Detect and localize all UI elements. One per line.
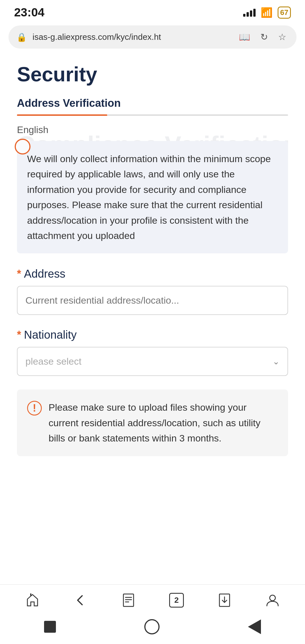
battery-icon: 67 bbox=[278, 6, 291, 19]
info-overlay-container: English We will only collect information… bbox=[17, 124, 288, 253]
warning-text: Please make sure to upload files showing… bbox=[49, 400, 278, 446]
nav-back[interactable] bbox=[68, 590, 93, 610]
profile-icon bbox=[265, 593, 280, 608]
tab-count: 2 bbox=[169, 593, 184, 608]
nationality-section: * Nationality please select ⌄ bbox=[17, 328, 288, 376]
nationality-required-star: * bbox=[17, 329, 21, 341]
download-icon bbox=[217, 593, 232, 608]
page-content: Compliance Verification Center Security … bbox=[0, 51, 305, 467]
warning-icon: ! bbox=[27, 401, 42, 415]
recent-apps-button[interactable] bbox=[44, 621, 56, 633]
status-bar: 23:04 📶 67 bbox=[0, 0, 305, 23]
address-section: * Address bbox=[17, 267, 288, 315]
warning-box: ! Please make sure to upload files showi… bbox=[17, 390, 288, 456]
tab-divider bbox=[17, 114, 288, 116]
nationality-select[interactable]: please select ⌄ bbox=[17, 347, 288, 376]
tab-inactive-indicator bbox=[107, 114, 288, 116]
info-box-text: We will only collect information within … bbox=[27, 151, 278, 243]
address-required-star: * bbox=[17, 268, 21, 280]
back-icon bbox=[73, 593, 88, 608]
reload-icon[interactable]: ↻ bbox=[258, 31, 270, 43]
nav-home[interactable] bbox=[20, 590, 45, 610]
signal-icon bbox=[243, 8, 256, 17]
page-title: Security bbox=[17, 63, 288, 86]
bottom-nav: 2 bbox=[0, 584, 305, 616]
svg-rect-0 bbox=[30, 593, 31, 596]
language-label: English bbox=[17, 124, 49, 135]
tab-address-verification[interactable]: Address Verification bbox=[17, 97, 121, 113]
tab-labels: Address Verification bbox=[17, 97, 288, 113]
lock-icon: 🔒 bbox=[16, 32, 27, 42]
address-label-row: * Address bbox=[17, 267, 288, 280]
home-icon bbox=[25, 593, 40, 608]
language-row: English bbox=[17, 124, 288, 135]
nationality-placeholder: please select bbox=[25, 356, 81, 367]
nav-bookmarks[interactable] bbox=[116, 590, 141, 610]
system-nav bbox=[0, 615, 305, 638]
nav-profile[interactable] bbox=[260, 590, 285, 610]
nav-tabs[interactable]: 2 bbox=[164, 590, 189, 610]
tab-area: Address Verification bbox=[17, 97, 288, 116]
browser-bar[interactable]: 🔒 isas-g.aliexpress.com/kyc/index.ht 📖 ↻… bbox=[8, 25, 297, 49]
system-back-button[interactable] bbox=[248, 619, 261, 634]
url-text: isas-g.aliexpress.com/kyc/index.ht bbox=[32, 32, 231, 42]
tab-active-indicator bbox=[17, 114, 107, 116]
wifi-icon: 📶 bbox=[261, 7, 273, 18]
chevron-down-icon: ⌄ bbox=[273, 356, 280, 366]
nav-download[interactable] bbox=[212, 590, 237, 610]
svg-rect-1 bbox=[123, 594, 134, 606]
bookmark-icon[interactable]: ☆ bbox=[276, 31, 289, 43]
nationality-label: Nationality bbox=[24, 328, 77, 341]
status-time: 23:04 bbox=[14, 6, 44, 19]
battery-level: 67 bbox=[280, 8, 288, 17]
svg-point-6 bbox=[270, 595, 275, 601]
status-icons: 📶 67 bbox=[243, 6, 291, 19]
address-label: Address bbox=[24, 267, 66, 280]
address-input[interactable] bbox=[17, 286, 288, 315]
radio-icon bbox=[15, 139, 30, 155]
info-box: We will only collect information within … bbox=[17, 141, 288, 253]
bookmarks-icon bbox=[121, 593, 136, 608]
home-button[interactable] bbox=[144, 619, 160, 634]
reader-mode-icon[interactable]: 📖 bbox=[237, 31, 252, 43]
nationality-label-row: * Nationality bbox=[17, 328, 288, 341]
